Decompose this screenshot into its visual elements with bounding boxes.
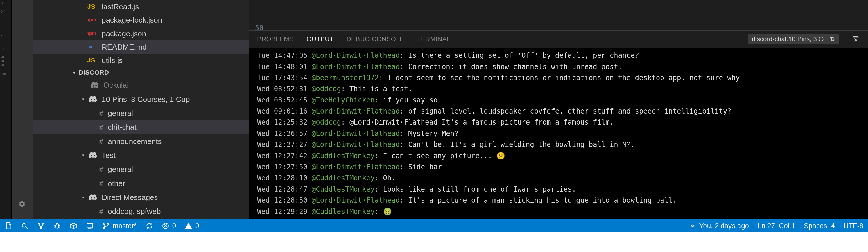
status-package-icon[interactable] [70, 222, 77, 230]
output-panel[interactable]: Tue 14:47:05 @Lord·Dimwit·Flathead: Is t… [249, 48, 868, 219]
git-branch-icon [102, 222, 110, 230]
status-spaces[interactable]: Spaces: 4 [804, 222, 835, 230]
discord-server-row[interactable]: ▾Test [33, 148, 249, 162]
output-message: Wed 09:01:16 @Lord·Dimwit·Flathead: of s… [257, 106, 860, 117]
file-row[interactable]: npmpackage-lock.json [33, 13, 249, 27]
channel-name: general [108, 107, 133, 119]
warning-count: 0 [195, 222, 199, 230]
status-warnings[interactable]: 0 [185, 222, 199, 230]
section-label: DISCORD [79, 69, 109, 76]
file-row[interactable]: JSlastRead.js [33, 0, 249, 13]
status-file-icon[interactable] [5, 222, 12, 230]
file-row[interactable]: npmpackage.json [33, 27, 249, 40]
chevron-down-icon: ▾ [73, 70, 76, 75]
output-message: Wed 12:29:29 @CuddlesTMonkey: 🤢 [257, 206, 860, 217]
server-name: Ockulai [103, 79, 129, 91]
outer-gutter: Se Dif Ad ex v0v0v0 upd [0, 0, 11, 219]
output-message: Tue 14:48:01 @Lord·Dimwit·Flathead: Corr… [257, 61, 860, 72]
tab-debug-console[interactable]: DEBUG CONSOLE [347, 34, 404, 45]
hash-icon: # [99, 178, 103, 189]
output-message: Wed 12:28:47 @CuddlesTMonkey: Looks like… [257, 184, 860, 195]
status-search-icon[interactable] [21, 222, 28, 230]
server-name: 10 Pins, 3 Courses, 1 Cup [102, 93, 190, 105]
file-name: package-lock.json [102, 14, 162, 26]
svg-point-4 [56, 224, 59, 228]
tab-terminal[interactable]: TERMINAL [417, 34, 450, 45]
file-name: lastRead.js [102, 1, 139, 12]
status-git-blame[interactable]: You, 2 days ago [689, 222, 749, 230]
output-message: Wed 12:25:32 @oddcog: @Lord·Dimwit·Flath… [257, 117, 860, 128]
sidebar: JSlastRead.jsnpmpackage-lock.jsonnpmpack… [33, 0, 249, 219]
status-errors[interactable]: 0 [162, 222, 176, 230]
settings-gear-icon[interactable] [17, 198, 27, 209]
status-cursor[interactable]: Ln 27, Col 1 [757, 222, 795, 230]
file-icon: npm [85, 17, 98, 24]
hash-icon: # [99, 136, 103, 147]
output-channel-label: discord-chat.10 Pins, 3 Co [752, 35, 827, 43]
tab-problems[interactable]: PROBLEMS [257, 34, 294, 45]
warning-icon [185, 222, 192, 230]
hash-icon: # [99, 206, 103, 217]
status-fork-icon[interactable] [37, 222, 45, 230]
sync-icon [146, 222, 153, 230]
clear-output-icon[interactable] [852, 35, 860, 43]
file-icon: npm [85, 30, 98, 37]
chevron-down-icon: ▾ [82, 152, 84, 159]
channel-name: oddcog, spfweb [108, 206, 161, 217]
discord-icon [91, 82, 99, 89]
discord-icon [89, 152, 97, 159]
output-message: Wed 12:26:57 @Lord·Dimwit·Flathead: Myst… [257, 128, 860, 139]
status-encoding[interactable]: UTF-8 [844, 222, 863, 230]
status-sync[interactable] [146, 222, 153, 230]
file-name: README.md [102, 41, 147, 53]
branch-name: master* [113, 222, 137, 230]
file-row[interactable]: M↓README.md [33, 40, 249, 54]
svg-point-8 [107, 224, 108, 225]
output-channel-selector[interactable]: discord-chat.10 Pins, 3 Co ⇅ [748, 34, 839, 44]
channel-name: announcements [108, 135, 161, 147]
discord-server-row[interactable]: ▾Direct Messages [33, 190, 249, 204]
status-preview-icon[interactable] [86, 222, 94, 230]
commit-icon [689, 222, 696, 230]
svg-point-2 [42, 223, 43, 224]
hash-icon: # [99, 164, 103, 175]
discord-channel-row[interactable]: #oddcog, spfweb [33, 204, 249, 218]
file-row[interactable]: JSutils.js [33, 54, 249, 67]
hash-icon: # [99, 122, 103, 133]
svg-point-3 [40, 227, 41, 228]
file-icon: JS [85, 2, 98, 11]
file-icon: M↓ [85, 43, 98, 50]
error-count: 0 [172, 222, 176, 230]
server-name: Direct Messages [102, 192, 158, 203]
file-icon: JS [85, 56, 98, 65]
discord-icon [89, 96, 97, 102]
hash-icon: # [99, 108, 103, 119]
status-bug-icon[interactable] [54, 222, 61, 230]
discord-channel-row[interactable]: #announcements [33, 134, 249, 148]
chevron-down-icon: ▾ [82, 96, 84, 102]
section-discord[interactable]: ▾ DISCORD [33, 67, 249, 78]
channel-name: other [108, 178, 125, 189]
file-name: utils.js [102, 55, 123, 66]
discord-icon [89, 194, 97, 200]
code-editor[interactable]: 50 51 Post icon from made by <a href="ht… [249, 0, 868, 30]
discord-channel-row[interactable]: #general [33, 162, 249, 176]
panel-tabs: PROBLEMS OUTPUT DEBUG CONSOLE TERMINAL d… [249, 31, 868, 48]
output-message: Tue 14:47:05 @Lord·Dimwit·Flathead: Is t… [257, 50, 860, 61]
discord-channel-row[interactable]: #chit-chat [33, 120, 249, 134]
chevron-down-icon: ▾ [82, 194, 84, 200]
discord-server-row[interactable]: Ockulai [33, 78, 249, 92]
line-number: 50 [249, 23, 272, 30]
discord-channel-row[interactable]: #other [33, 177, 249, 190]
status-bar: master* 0 0 You, 2 days ago Ln 27, Col 1… [0, 219, 868, 232]
discord-server-row[interactable]: ▾10 Pins, 3 Courses, 1 Cup [33, 92, 249, 106]
status-branch[interactable]: master* [102, 222, 137, 230]
svg-point-10 [691, 225, 693, 227]
output-message: Wed 12:28:10 @CuddlesTMonkey: Oh. [257, 172, 860, 184]
editor-area: 50 51 Post icon from made by <a href="ht… [249, 0, 868, 219]
discord-channel-row[interactable]: #general [33, 106, 249, 120]
blame-text: You, 2 days ago [699, 222, 749, 230]
tab-output[interactable]: OUTPUT [307, 34, 334, 45]
output-message: Wed 12:27:27 @Lord·Dimwit·Flathead: Can'… [257, 139, 860, 150]
output-message: Wed 12:27:42 @CuddlesTMonkey: I can't se… [257, 150, 860, 161]
